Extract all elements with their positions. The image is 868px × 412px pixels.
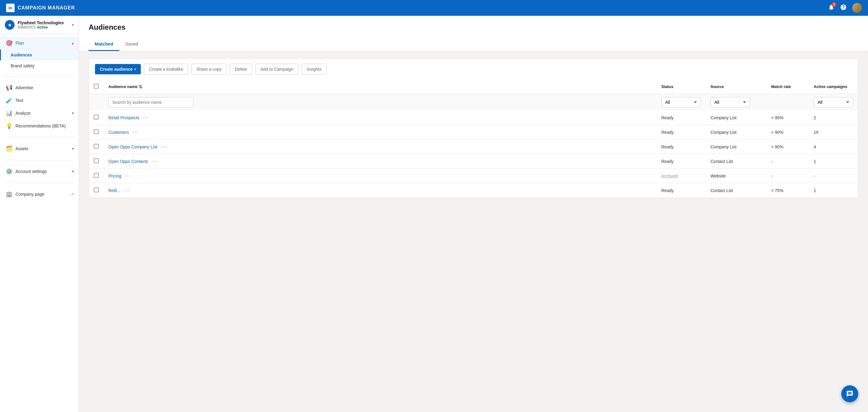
filter-spacer xyxy=(89,94,103,111)
row-checkbox[interactable] xyxy=(94,173,99,178)
row-checkbox-cell[interactable] xyxy=(89,139,103,154)
filter-campaigns-cell: All 1+ 5+ xyxy=(809,94,858,111)
row-checkbox[interactable] xyxy=(94,158,99,163)
row-match-rate-cell: > 90% xyxy=(766,139,809,154)
nav-left: in CAMPAIGN MANAGER xyxy=(6,4,75,12)
sidebar-label-test: Test xyxy=(16,98,74,103)
app-body: ★ Flywheel Technologies 508802972 Active… xyxy=(0,16,868,412)
sidebar-label-brand-safety: Brand safety xyxy=(11,63,74,68)
audience-name-link[interactable]: Open Opps Company List xyxy=(108,145,157,149)
sidebar-label-company-page: Company page xyxy=(16,192,68,197)
audiences-table-container: Audience name ⇅ Status Source xyxy=(89,80,858,198)
row-campaigns-cell: 19 xyxy=(809,125,858,139)
plan-icon: 🎯 xyxy=(6,40,12,46)
row-checkbox[interactable] xyxy=(94,144,99,149)
external-link-icon: ↗ xyxy=(71,192,74,196)
add-to-campaign-button[interactable]: Add to Campaign xyxy=(255,64,298,75)
row-actions-menu[interactable]: ··· xyxy=(133,130,138,135)
account-header[interactable]: ★ Flywheel Technologies 508802972 Active… xyxy=(0,16,79,34)
audience-name-link[interactable]: Retail Prospects xyxy=(108,115,139,120)
sidebar-item-advertise[interactable]: 📢 Advertise xyxy=(0,81,79,94)
audience-name-link[interactable]: Pricing xyxy=(108,173,121,179)
status-ready-label: Ready xyxy=(661,188,674,193)
account-settings-icon: ⚙️ xyxy=(6,168,12,175)
sidebar-section-company: 🏢 Company page ↗ xyxy=(0,185,79,203)
row-checkbox[interactable] xyxy=(94,129,99,134)
row-checkbox-cell[interactable] xyxy=(89,154,103,169)
sidebar-item-brand-safety[interactable]: Brand safety xyxy=(0,60,79,71)
row-actions-menu[interactable]: ··· xyxy=(125,173,131,179)
sidebar-section-account: ⚙️ Account settings ▾ xyxy=(0,163,79,180)
row-actions-menu[interactable]: ··· xyxy=(143,115,149,121)
analyze-chevron-icon: ▾ xyxy=(72,111,74,115)
analyze-icon: 📊 xyxy=(6,110,12,117)
th-audience-name[interactable]: Audience name ⇅ xyxy=(103,80,656,94)
notifications-icon[interactable]: 2 xyxy=(828,4,835,12)
status-archived-label: Archived xyxy=(661,173,678,179)
table-row: Pricing ··· Archived Website - - xyxy=(89,169,858,183)
row-status-cell: Ready xyxy=(656,183,706,198)
sidebar-item-test[interactable]: 🧪 Test xyxy=(0,94,79,107)
th-select-all[interactable] xyxy=(89,80,103,94)
row-campaigns-cell: 1 xyxy=(809,154,858,169)
sort-icon[interactable]: ⇅ xyxy=(139,84,142,89)
create-audience-button[interactable]: Create audience ▾ xyxy=(95,64,141,74)
sidebar: ★ Flywheel Technologies 508802972 Active… xyxy=(0,16,79,412)
help-icon[interactable] xyxy=(840,4,847,12)
audience-name-link[interactable]: Open Opps Contacts xyxy=(108,159,148,164)
create-audience-label: Create audience xyxy=(100,67,133,72)
account-sub: 508802972 Active xyxy=(18,25,72,29)
plan-chevron-icon: ▴ xyxy=(72,41,74,45)
main-content: Audiences Matched Saved Create audience … xyxy=(79,16,868,412)
advertise-icon: 📢 xyxy=(6,84,12,91)
sidebar-label-plan: Plan xyxy=(16,41,69,45)
sidebar-item-account-settings[interactable]: ⚙️ Account settings ▾ xyxy=(0,165,79,178)
sidebar-item-audiences[interactable]: Audiences xyxy=(0,50,79,60)
page-header: Audiences Matched Saved xyxy=(79,16,868,51)
sidebar-item-plan[interactable]: 🎯 Plan ▴ xyxy=(0,37,79,50)
audience-search-input[interactable] xyxy=(108,97,193,107)
audience-name-link[interactable]: Retli... xyxy=(108,188,121,193)
sidebar-item-assets[interactable]: 🗂️ Assets ▾ xyxy=(0,142,79,155)
row-name-cell: Pricing ··· xyxy=(103,169,656,183)
row-checkbox[interactable] xyxy=(94,115,99,120)
table-header-row: Audience name ⇅ Status Source xyxy=(89,80,858,94)
row-source-cell: Website xyxy=(706,169,766,183)
page-title: Audiences xyxy=(89,23,858,32)
row-actions-menu[interactable]: ··· xyxy=(152,159,157,164)
sidebar-item-company-page[interactable]: 🏢 Company page ↗ xyxy=(0,188,79,200)
account-info: Flywheel Technologies 508802972 Active xyxy=(18,20,72,29)
sidebar-label-account-settings: Account settings xyxy=(16,169,69,174)
create-chevron-icon: ▾ xyxy=(134,68,136,71)
row-name-cell: Open Opps Contacts ··· xyxy=(103,154,656,169)
sidebar-item-analyze[interactable]: 📊 Analyze ▾ xyxy=(0,107,79,120)
status-ready-label: Ready xyxy=(661,159,674,164)
share-copy-button[interactable]: Share a copy xyxy=(191,64,227,75)
chat-fab[interactable] xyxy=(841,385,858,402)
campaigns-filter-select[interactable]: All 1+ 5+ xyxy=(814,97,853,107)
row-actions-menu[interactable]: ··· xyxy=(161,144,166,150)
user-avatar[interactable] xyxy=(852,3,862,13)
audience-name-link[interactable]: Customers xyxy=(108,130,129,135)
row-checkbox-cell[interactable] xyxy=(89,183,103,198)
row-checkbox-cell[interactable] xyxy=(89,125,103,139)
account-chevron-icon: ▾ xyxy=(72,23,74,27)
source-filter-select[interactable]: All Company List Contact List Website xyxy=(711,97,750,107)
table-row: Retail Prospects ··· Ready Company List … xyxy=(89,110,858,125)
create-lookalike-button[interactable]: Create a lookalike xyxy=(144,64,188,75)
row-source-cell: Company List xyxy=(706,139,766,154)
select-all-checkbox[interactable] xyxy=(94,84,99,89)
row-actions-menu[interactable]: ··· xyxy=(124,188,130,193)
account-settings-chevron-icon: ▾ xyxy=(72,169,74,173)
row-checkbox-cell[interactable] xyxy=(89,169,103,183)
th-status: Status xyxy=(656,80,706,94)
row-checkbox[interactable] xyxy=(94,188,99,192)
delete-button[interactable]: Delete xyxy=(230,64,252,75)
table-row: Customers ··· Ready Company List > 90% 1… xyxy=(89,125,858,139)
row-checkbox-cell[interactable] xyxy=(89,110,103,125)
tab-saved[interactable]: Saved xyxy=(119,38,145,51)
tab-matched[interactable]: Matched xyxy=(89,38,119,51)
status-filter-select[interactable]: All Ready Archived xyxy=(661,97,701,107)
insights-button[interactable]: Insights xyxy=(301,64,326,75)
sidebar-item-recommendations[interactable]: 💡 Recommendations (BETA) xyxy=(0,120,79,132)
